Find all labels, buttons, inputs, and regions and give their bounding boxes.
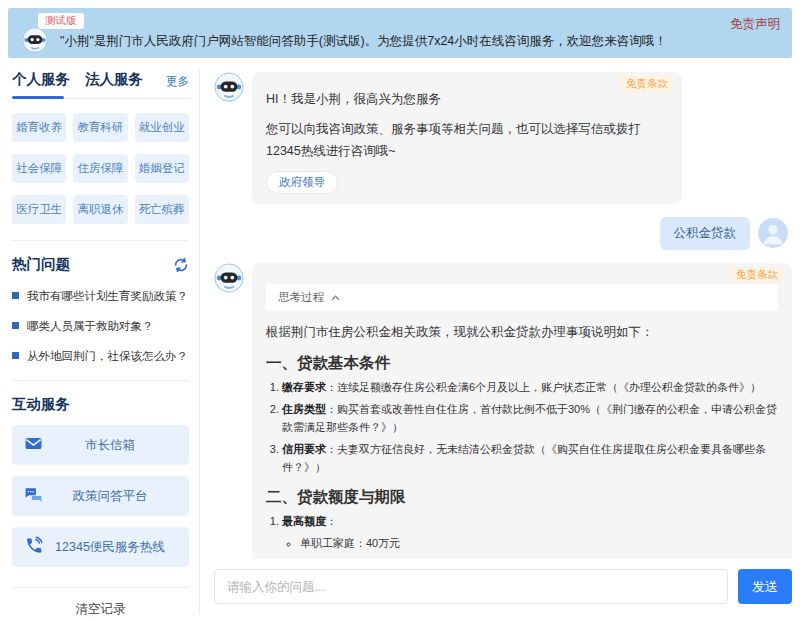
service-item[interactable]: 死亡殡葬 — [135, 195, 189, 224]
chevron-up-icon — [331, 291, 340, 303]
answer-section2-title: 二、贷款额度与期限 — [266, 487, 778, 508]
policy-qa-label: 政策问答平台 — [43, 488, 177, 505]
chat-panel: 免责条款 HI！我是小荆，很高兴为您服务 您可以向我咨询政策、服务事项等相关问题… — [200, 68, 792, 614]
list-item: 缴存要求：连续足额缴存住房公积金满6个月及以上，账户状态正常（《办理公积金贷款的… — [282, 378, 778, 396]
mayor-mailbox-label: 市长信箱 — [43, 437, 177, 454]
mayor-mailbox-button[interactable]: 市长信箱 — [12, 425, 189, 465]
amount-sublist: 单职工家庭：40万元 双职工家庭：60万元 硕士研究生最高可贷105万（《招硕引… — [282, 534, 778, 559]
quick-reply-gov-leaders[interactable]: 政府领导 — [266, 171, 338, 194]
service-item[interactable]: 离职退休 — [73, 195, 127, 224]
hot-question[interactable]: 从外地回荆门，社保该怎么办？ — [12, 349, 189, 364]
service-item[interactable]: 社会保障 — [12, 154, 66, 183]
list-item: 住房类型：购买首套或改善性自住住房，首付款比例不低于30%（《荆门缴存的公积金，… — [282, 400, 778, 436]
phone-icon — [24, 536, 43, 558]
divider — [12, 380, 189, 381]
hotline-label: 12345便民服务热线 — [43, 539, 177, 556]
service-tabs: 个人服务 法人服务 更多 — [12, 70, 189, 99]
top-banner: 测试版 "小荆"是荆门市人民政府门户网站智能问答助手(测试版)。为您提供7x24… — [8, 8, 792, 58]
tab-legal-services[interactable]: 法人服务 — [85, 70, 143, 98]
disclaimer-link[interactable]: 免责声明 — [730, 16, 780, 33]
loan-conditions-list: 缴存要求：连续足额缴存住房公积金满6个月及以上，账户状态正常（《办理公积金贷款的… — [266, 378, 778, 477]
interactive-services-title: 互动服务 — [12, 395, 70, 414]
answer-section1-title: 一、贷款基本条件 — [266, 353, 778, 374]
message-list: 免责条款 HI！我是小荆，很高兴为您服务 您可以向我咨询政策、服务事项等相关问题… — [214, 72, 792, 559]
answer-intro: 根据荆门市住房公积金相关政策，现就公积金贷款办理事项说明如下： — [266, 322, 778, 342]
tab-personal-services[interactable]: 个人服务 — [12, 70, 70, 98]
square-bullet-icon — [12, 352, 19, 359]
chat-input-bar: 发送 — [214, 559, 792, 614]
refresh-icon[interactable] — [173, 257, 189, 273]
service-item[interactable]: 教育科研 — [73, 113, 127, 142]
square-bullet-icon — [12, 292, 19, 299]
list-item: 信用要求：夫妻双方征信良好，无未结清公积金贷款（《购买自住住房提取住房公积金要具… — [282, 440, 778, 476]
service-item[interactable]: 就业创业 — [135, 113, 189, 142]
service-grid: 婚育收养 教育科研 就业创业 社会保障 住房保障 婚姻登记 医疗卫生 离职退休 … — [12, 113, 189, 224]
service-item[interactable]: 医疗卫生 — [12, 195, 66, 224]
user-avatar-icon — [758, 218, 788, 248]
bot-message-greeting: 免责条款 HI！我是小荆，很高兴为您服务 您可以向我咨询政策、服务事项等相关问题… — [214, 72, 792, 204]
policy-qa-button[interactable]: 政策问答平台 — [12, 476, 189, 516]
robot-avatar-icon — [22, 27, 48, 53]
chat-icon — [24, 485, 43, 507]
user-message: 公积金贷款 — [218, 217, 788, 250]
square-bullet-icon — [12, 322, 19, 329]
service-item[interactable]: 住房保障 — [73, 154, 127, 183]
service-item[interactable]: 婚姻登记 — [135, 154, 189, 183]
hot-question[interactable]: 我市有哪些计划生育奖励政策？ — [12, 289, 189, 304]
hot-question[interactable]: 哪类人员属于救助对象？ — [12, 319, 189, 334]
more-link[interactable]: 更多 — [166, 74, 189, 98]
send-button[interactable]: 发送 — [738, 569, 792, 604]
bot-bubble: 免责条款 HI！我是小荆，很高兴为您服务 您可以向我咨询政策、服务事项等相关问题… — [252, 72, 682, 204]
mail-icon — [24, 434, 43, 456]
divider — [12, 240, 189, 241]
greeting-line2: 您可以向我咨询政策、服务事项等相关问题，也可以选择写信或拨打12345热线进行咨… — [266, 119, 668, 163]
disclaimer-tag[interactable]: 免责条款 — [730, 267, 784, 283]
bot-message-answer: 免责条款 思考过程 根据荆门市住房公积金相关政策，现就公积金贷款办理事项说明如下… — [214, 263, 792, 559]
sidebar: 个人服务 法人服务 更多 婚育收养 教育科研 就业创业 社会保障 住房保障 婚姻… — [8, 68, 200, 614]
thinking-process-toggle[interactable]: 思考过程 — [266, 284, 778, 311]
hot-question-text: 哪类人员属于救助对象？ — [27, 319, 154, 334]
hot-question-text: 我市有哪些计划生育奖励政策？ — [27, 289, 188, 304]
loan-amount-list: 最高额度： 单职工家庭：40万元 双职工家庭：60万元 硕士研究生最高可贷105… — [266, 512, 778, 559]
list-item: 单职工家庭：40万元 — [300, 534, 778, 552]
list-item: 最高额度： 单职工家庭：40万元 双职工家庭：60万元 硕士研究生最高可贷105… — [282, 512, 778, 559]
list-item: 双职工家庭：60万元 — [300, 557, 778, 559]
question-input[interactable] — [214, 569, 728, 604]
user-bubble: 公积金贷款 — [660, 217, 751, 250]
greeting-line1: HI！我是小荆，很高兴为您服务 — [266, 89, 668, 111]
hotline-button[interactable]: 12345便民服务热线 — [12, 527, 189, 567]
bot-bubble: 免责条款 思考过程 根据荆门市住房公积金相关政策，现就公积金贷款办理事项说明如下… — [252, 263, 792, 559]
robot-avatar-icon — [214, 72, 244, 102]
banner-intro-text: "小荆"是荆门市人民政府门户网站智能问答助手(测试版)。为您提供7x24小时在线… — [60, 33, 667, 50]
robot-avatar-icon — [214, 263, 244, 293]
thinking-process-label: 思考过程 — [278, 290, 324, 305]
hot-question-text: 从外地回荆门，社保该怎么办？ — [27, 349, 188, 364]
clear-history-button[interactable]: 清空记录 — [12, 588, 189, 622]
disclaimer-tag[interactable]: 免责条款 — [620, 76, 674, 92]
hot-questions-title: 热门问题 — [12, 255, 70, 274]
service-item[interactable]: 婚育收养 — [12, 113, 66, 142]
